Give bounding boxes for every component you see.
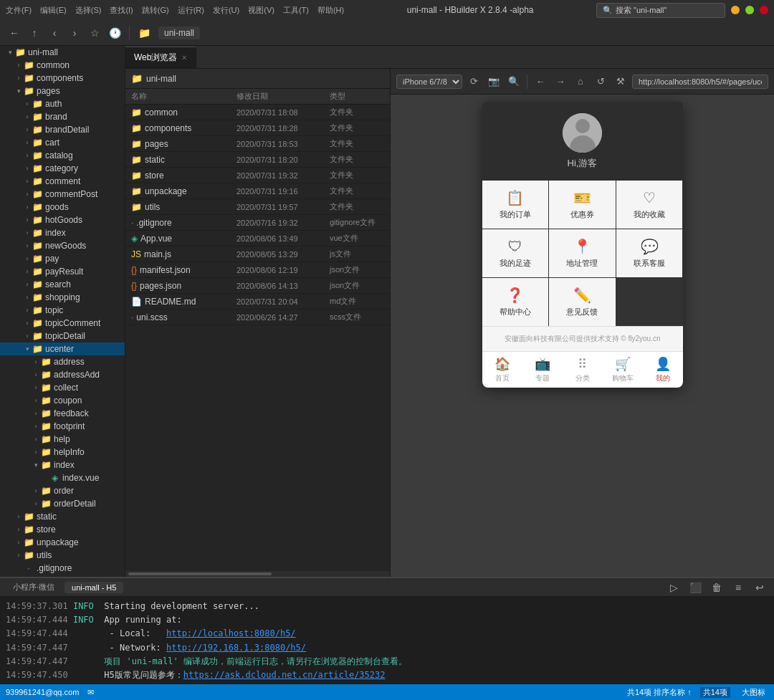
sidebar-item-helpinfo[interactable]: › 📁 helpInfo [0,446,125,459]
sidebar-item-unpackage[interactable]: › 📁 unpackage [0,536,125,549]
devtools-button[interactable]: ⚒ [612,73,629,90]
sidebar-item-coupon[interactable]: › 📁 coupon [0,394,125,407]
file-row[interactable]: JSmain.js2020/08/05 13:29js文件 [125,246,390,262]
menu-publish[interactable]: 发行(U) [213,5,239,16]
sidebar-item-topiccomment[interactable]: › 📁 topicComment [0,317,125,330]
sidebar-item-brand[interactable]: › 📁 brand [0,110,125,123]
nav-item-专题[interactable]: 📺专题 [522,352,563,388]
grid-item[interactable]: 🎫优惠券 [549,181,616,229]
recent-button[interactable]: 🕐 [106,24,123,42]
bottom-tab-h5[interactable]: uni-mall - H5 [64,582,123,593]
menu-jump[interactable]: 跳转(G) [142,5,169,16]
sidebar-item-index-vue[interactable]: ◈ index.vue [0,471,125,484]
run-button[interactable]: ▷ [665,579,682,596]
inspect-button[interactable]: 🔍 [505,73,522,90]
tab-browser[interactable]: Web浏览器 ✕ [125,47,196,68]
window-controls[interactable]: 🔍 搜索 "uni-mall" [596,3,768,18]
sidebar-item-utils[interactable]: › 📁 utils [0,549,125,562]
home-button[interactable]: ⌂ [572,73,589,90]
sidebar-item-hotgoods[interactable]: › 📁 hotGoods [0,214,125,226]
grid-item[interactable]: ♡我的收藏 [616,181,683,229]
nav-forward-button[interactable]: → [552,73,569,90]
refresh-button[interactable]: ↺ [592,73,609,90]
file-row[interactable]: ·.gitignore2020/07/16 19:32gitignore文件 [125,215,390,231]
file-row[interactable]: 📁common2020/07/31 18:08文件夹 [125,105,390,120]
rotate-button[interactable]: ⟳ [465,73,482,90]
file-row[interactable]: {}pages.json2020/08/06 14:13json文件 [125,278,390,294]
nav-back-button[interactable]: ← [532,73,549,90]
device-select[interactable]: iPhone 6/7/8 [396,75,462,89]
sidebar-item-feedback[interactable]: › 📁 feedback [0,407,125,420]
sidebar-item-orderdetail[interactable]: › 📁 orderDetail [0,497,125,510]
menu-file[interactable]: 文件(F) [6,5,32,16]
menu-bar[interactable]: 文件(F) 编辑(E) 选择(S) 查找(I) 跳转(G) 运行(R) 发行(U… [6,5,344,16]
back-button[interactable]: ← [6,24,23,42]
file-row[interactable]: 📁store2020/07/31 19:32文件夹 [125,168,390,183]
nav-item-我的[interactable]: 👤我的 [643,352,683,388]
sidebar-item-auth[interactable]: › 📁 auth [0,97,125,110]
sidebar-item-components[interactable]: › 📁 components [0,72,125,85]
sidebar-item-addressadd[interactable]: › 📁 addressAdd [0,368,125,381]
sidebar-item-payresult[interactable]: › 📁 payResult [0,265,125,278]
file-row[interactable]: 📄README.md2020/07/31 20:04md文件 [125,294,390,310]
grid-item[interactable]: 📋我的订单 [482,181,549,229]
sidebar-item-help[interactable]: › 📁 help [0,433,125,446]
file-row[interactable]: ◈App.vue2020/08/06 13:49vue文件 [125,231,390,246]
sidebar-item-static[interactable]: › 📁 static [0,510,125,523]
nav-forward[interactable]: › [66,24,83,42]
clear-button[interactable]: 🗑 [708,579,725,596]
menu-view[interactable]: 视图(V) [248,5,274,16]
global-search[interactable]: 🔍 搜索 "uni-mall" [596,3,725,18]
menu-run[interactable]: 运行(R) [178,5,204,16]
log-link[interactable]: http://localhost:8080/h5/ [166,628,296,638]
scroll-thumb[interactable] [128,572,272,575]
sidebar-item-ucenter-index[interactable]: ▾ 📁 index [0,459,125,471]
sidebar-item-branddetail[interactable]: › 📁 brandDetail [0,123,125,136]
wrap-toggle[interactable]: ↩ [751,579,768,596]
close-button[interactable] [760,6,768,14]
nav-item-购物车[interactable]: 🛒购物车 [603,352,643,388]
grid-item[interactable]: 📍地址管理 [549,229,616,277]
file-row[interactable]: 📁pages2020/07/31 18:53文件夹 [125,136,390,152]
grid-item[interactable]: 🛡我的足迹 [482,229,549,277]
sidebar-item-shopping[interactable]: › 📁 shopping [0,291,125,304]
file-row[interactable]: 📁utils2020/07/31 19:57文件夹 [125,199,390,215]
sidebar-item-comment[interactable]: › 📁 comment [0,175,125,188]
file-row[interactable]: {}manifest.json2020/08/06 12:19json文件 [125,262,390,278]
nav-item-首页[interactable]: 🏠首页 [482,352,522,388]
stop-button[interactable]: ⬛ [687,579,704,596]
grid-item[interactable]: ✏️意见反馈 [549,278,616,326]
sidebar-item-ucenter[interactable]: ▾ 📁 ucenter [0,342,125,355]
sidebar-item-newgoods[interactable]: › 📁 newGoods [0,239,125,252]
tab-close-button[interactable]: ✕ [181,54,187,62]
sidebar-item-gitignore[interactable]: · .gitignore [0,562,125,575]
forward-button[interactable]: ↑ [26,24,43,42]
grid-item[interactable]: ❓帮助中心 [482,278,549,326]
view-large-icon[interactable]: 大图标 [739,687,768,698]
sidebar-item-category[interactable]: › 📁 category [0,162,125,175]
bottom-tab-miniprogram[interactable]: 小程序·微信 [6,580,62,594]
log-link[interactable]: http://192.168.1.3:8080/h5/ [166,643,306,653]
sidebar-item-pay[interactable]: › 📁 pay [0,252,125,265]
screenshot-button[interactable]: 📷 [485,73,502,90]
sidebar-item-topicdetail[interactable]: › 📁 topicDetail [0,330,125,342]
url-bar[interactable] [632,75,768,89]
file-row[interactable]: 📁static2020/07/31 18:20文件夹 [125,152,390,168]
file-row[interactable]: 📁components2020/07/31 18:28文件夹 [125,120,390,136]
menu-help[interactable]: 帮助(H) [317,5,344,16]
sidebar-item-cart[interactable]: › 📁 cart [0,136,125,149]
sidebar-root[interactable]: ▾ 📁 uni-mall [0,46,125,59]
sidebar-item-goods[interactable]: › 📁 goods [0,201,125,214]
sidebar-item-search[interactable]: › 📁 search [0,278,125,291]
menu-select[interactable]: 选择(S) [75,5,102,16]
file-row[interactable]: 📁unpackage2020/07/31 19:16文件夹 [125,183,390,199]
sidebar-item-store[interactable]: › 📁 store [0,523,125,536]
menu-tools[interactable]: 工具(T) [283,5,309,16]
sidebar-item-topic[interactable]: › 📁 topic [0,304,125,317]
sidebar-item-index[interactable]: › 📁 index [0,226,125,239]
sidebar-item-pages[interactable]: ▾ 📁 pages [0,85,125,97]
view-small-icon[interactable]: 共14项 [700,687,730,698]
bookmark-button[interactable]: ☆ [86,24,103,42]
scroll-toggle[interactable]: ≡ [730,579,747,596]
sidebar-item-collect[interactable]: › 📁 collect [0,381,125,394]
